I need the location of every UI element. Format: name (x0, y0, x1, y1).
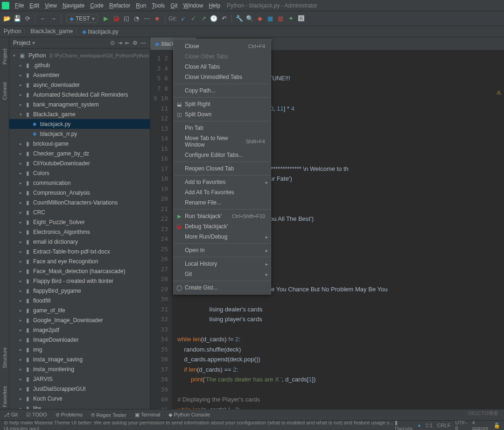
menu-refactor[interactable]: Refactor (106, 2, 133, 9)
tree-row[interactable]: ▸▮communication (9, 178, 150, 188)
tab-todo[interactable]: ☑ TODO (26, 412, 47, 418)
tree-row[interactable]: ▸▮Automated Scheduled Call Reminders (9, 90, 150, 99)
tree-row[interactable]: ▸▮insta_monitering (9, 364, 150, 374)
tree-row[interactable]: ▸▮Flappy Bird - created with tkinter (9, 276, 150, 286)
tree-row[interactable]: ▸▮Face_Mask_detection (haarcascade) (9, 266, 150, 276)
tree-row[interactable]: ▸▮CliYoutubeDownloader (9, 158, 150, 168)
status-lock-icon[interactable]: 🔓 (494, 423, 500, 429)
search-icon[interactable]: 🔍 (245, 14, 254, 23)
status-lineend[interactable]: CRLF (437, 423, 451, 428)
save-icon[interactable]: 💾 (13, 14, 21, 23)
tree-row[interactable]: ▸▮CRC (9, 207, 150, 217)
menu-window[interactable]: Window (181, 2, 206, 9)
menu-run[interactable]: Run (133, 2, 149, 9)
ctx-pin-tab[interactable]: Pin Tab (174, 123, 271, 133)
menu-view[interactable]: View (42, 2, 60, 9)
stop-icon[interactable]: ■ (153, 14, 161, 23)
tab-git[interactable]: ⎇ Git (4, 412, 18, 418)
ctx-reopen-closed-tab[interactable]: Reopen Closed Tab (174, 163, 271, 174)
tree-row[interactable]: ▸▮insta_image_saving (9, 354, 150, 364)
project-tree[interactable]: ▾▣PythonE:\PyCharm_workspace\Git_Python\… (9, 49, 150, 409)
tab-terminal[interactable]: ▣ Terminal (135, 412, 160, 418)
tree-row[interactable]: ▸▮img (9, 345, 150, 354)
ctx-move-tab-to-new-window[interactable]: Move Tab to New WindowShift+F4 (174, 133, 271, 150)
tab-structure[interactable]: Structure (1, 345, 8, 370)
ctx-rename-file-[interactable]: Rename File... (174, 197, 271, 208)
tree-row[interactable]: ▸▮.github (9, 60, 150, 70)
ctx-create-gist-[interactable]: ◯Create Gist... (174, 282, 271, 293)
crumb-file[interactable]: ◆ blackjack.py (82, 28, 120, 35)
tree-row[interactable]: ▸▮Checker_game_by_dz (9, 148, 150, 158)
tab-problems[interactable]: ⊘ Problems (56, 412, 83, 418)
hide-icon[interactable]: — (140, 40, 146, 46)
more-icon[interactable]: ⋯ (143, 14, 151, 23)
tree-row[interactable]: ▸▮Extract-Table-from-pdf-txt-docx (9, 247, 150, 256)
ctx-copy-path-[interactable]: Copy Path... (174, 85, 271, 96)
tab-regex[interactable]: ® Regex Tester (91, 412, 126, 418)
tree-row[interactable]: ▸▮Face and eye Recognition (9, 256, 150, 266)
tree-row[interactable]: ▸▮Colors (9, 168, 150, 178)
tree-row[interactable]: ▸▮ImageDownloader (9, 335, 150, 345)
status-caret[interactable]: 1:1 (426, 423, 433, 428)
menu-code[interactable]: Code (87, 2, 106, 9)
tree-row[interactable]: ▸▮brickout-game (9, 139, 150, 148)
tab-context-menu[interactable]: CloseCtrl+F4Close Other TabsClose All Ta… (173, 39, 271, 295)
ctx-local-history[interactable]: Local History (174, 259, 271, 269)
expand-icon[interactable]: ⇥ (118, 40, 122, 46)
tree-row[interactable]: ▸▮JustDialScrapperGUI (9, 384, 150, 394)
menu-tools[interactable]: Tools (149, 2, 168, 9)
tree-row[interactable]: ▸▮game_of_life (9, 305, 150, 315)
tree-row[interactable]: ▸▮Assembler (9, 70, 150, 80)
tab-python-console[interactable]: ◆ Python Console (168, 412, 210, 418)
ctx-split-right[interactable]: ⬓Split Right (174, 99, 271, 109)
tree-row[interactable]: ▸▮CountMillionCharacters-Variations (9, 197, 150, 207)
select-opened-icon[interactable]: ⊙ (110, 40, 115, 46)
ctx-git[interactable]: Git (174, 269, 271, 279)
git-pull-icon[interactable]: ↙ (179, 14, 187, 23)
crumb-folder[interactable]: BlackJack_game (30, 28, 80, 35)
status-encoding[interactable]: UTF-8 (455, 420, 468, 430)
run-config-selector[interactable]: ◆ TEST ▾ (66, 14, 98, 23)
debug-icon[interactable]: 🐞 (112, 14, 120, 23)
ctx-close-all-tabs[interactable]: Close All Tabs (174, 62, 271, 72)
translate-icon[interactable]: 🅰 (297, 14, 305, 23)
warning-indicator-icon[interactable]: ⚠ (497, 90, 501, 96)
tree-row[interactable]: ▸▮flappyBird_pygame (9, 286, 150, 296)
tree-row[interactable]: ▸▮Koch Curve (9, 394, 150, 403)
ctx-configure-editor-tabs-[interactable]: Configure Editor Tabs... (174, 150, 271, 160)
line-gutter[interactable]: 1 2 3 4 5 6 7 8 9 10 11 12 13 14 15 16 1… (150, 50, 172, 409)
tree-row[interactable]: ◆blackjack_rr.py (9, 129, 150, 139)
open-icon[interactable]: 📂 (3, 14, 11, 23)
plugin3-icon[interactable]: ▥ (276, 14, 285, 23)
collapse-icon[interactable]: ⇤ (125, 40, 130, 46)
tree-row[interactable]: ▸▮Electronics_Algorithms (9, 227, 150, 237)
tree-row[interactable]: ▸▮email id dictionary (9, 237, 150, 247)
ctx-split-down[interactable]: ◫Split Down (174, 109, 271, 120)
tree-row[interactable]: ◆blackjack.py (9, 119, 150, 129)
crumb-project[interactable]: Python (4, 28, 28, 35)
forward-icon[interactable]: → (49, 14, 57, 23)
profile-icon[interactable]: ◔ (133, 14, 141, 23)
tree-row[interactable]: ▸▮async_downloader (9, 80, 150, 90)
ctx-more-run-debug[interactable]: More Run/Debug (174, 232, 271, 242)
build-icon[interactable]: 🔧 (235, 14, 244, 23)
menu-file[interactable]: File (12, 2, 27, 9)
menu-help[interactable]: Help (206, 2, 223, 9)
tab-commit[interactable]: Commit (1, 80, 8, 102)
tree-row[interactable]: ▾▣PythonE:\PyCharm_workspace\Git_Python\… (9, 50, 150, 60)
tree-row[interactable]: ▸▮libs (9, 403, 150, 409)
tree-row[interactable]: ▸▮JARVIS (9, 374, 150, 384)
status-indent[interactable]: 4 spaces (472, 420, 489, 430)
back-icon[interactable]: ← (39, 14, 47, 23)
coverage-icon[interactable]: ◱ (122, 14, 131, 23)
status-theme[interactable]: ▮ Darcula (395, 420, 413, 430)
plugin2-icon[interactable]: ▦ (266, 14, 274, 23)
menu-git[interactable]: Git (168, 2, 180, 9)
refresh-icon[interactable]: ⟳ (23, 14, 32, 23)
tree-row[interactable]: ▾▮BlackJack_game (9, 109, 150, 119)
ctx-debug-blackjack-[interactable]: 🐞Debug 'blackjack' (174, 221, 271, 232)
git-history-icon[interactable]: 🕐 (210, 14, 218, 23)
ctx-add-to-favorites[interactable]: Add to Favorites (174, 177, 271, 187)
ctx-add-all-to-favorites[interactable]: Add All To Favorites (174, 187, 271, 197)
tree-row[interactable]: ▸▮bank_managment_system (9, 99, 150, 109)
